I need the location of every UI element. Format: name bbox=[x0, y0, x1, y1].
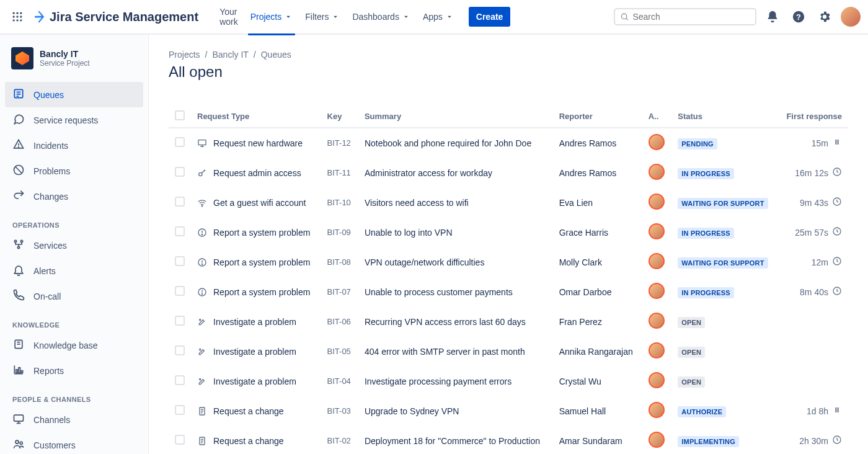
summary[interactable]: Administrator access for workday bbox=[358, 158, 553, 188]
reporter[interactable]: Grace Harris bbox=[553, 218, 642, 247]
help-icon[interactable]: ? bbox=[789, 7, 808, 27]
reporter[interactable]: Crystal Wu bbox=[553, 367, 642, 396]
sidebar-item-on-call[interactable]: On-call bbox=[5, 283, 143, 309]
status-badge[interactable]: OPEN bbox=[678, 376, 705, 388]
reporter[interactable]: Fran Perez bbox=[553, 307, 642, 337]
column-header[interactable]: First response bbox=[777, 105, 848, 128]
reporter[interactable]: Amar Sundaram bbox=[553, 426, 642, 455]
table-row[interactable]: Investigate a problemBIT-06Recurring VPN… bbox=[169, 307, 848, 337]
row-checkbox[interactable] bbox=[175, 405, 185, 415]
assignee-avatar[interactable] bbox=[649, 164, 665, 180]
status-badge[interactable]: WAITING FOR SUPPORT bbox=[678, 198, 768, 209]
reporter[interactable]: Molly Clark bbox=[553, 247, 642, 277]
notifications-icon[interactable] bbox=[763, 7, 782, 27]
table-row[interactable]: Request a changeBIT-03Upgrade to Sydney … bbox=[169, 396, 848, 426]
breadcrumb-link[interactable]: Bancly IT bbox=[212, 50, 248, 60]
issue-key[interactable]: BIT-12 bbox=[321, 128, 358, 158]
assignee-avatar[interactable] bbox=[649, 223, 665, 239]
summary[interactable]: Upgrade to Sydney VPN bbox=[358, 396, 553, 426]
row-checkbox[interactable] bbox=[175, 137, 185, 147]
nav-item-your-work[interactable]: Your work bbox=[215, 0, 243, 34]
issue-key[interactable]: BIT-03 bbox=[321, 396, 358, 426]
nav-item-filters[interactable]: Filters bbox=[300, 0, 345, 34]
nav-item-apps[interactable]: Apps bbox=[418, 0, 459, 34]
row-checkbox[interactable] bbox=[175, 197, 185, 207]
summary[interactable]: Unable to log into VPN bbox=[358, 218, 553, 247]
assignee-avatar[interactable] bbox=[649, 342, 665, 358]
status-badge[interactable]: PENDING bbox=[678, 138, 717, 149]
search-input[interactable] bbox=[632, 12, 750, 22]
summary[interactable]: Notebook and phone required for John Doe bbox=[358, 128, 553, 158]
summary[interactable]: Deployment 18 for "Commerce" to Producti… bbox=[358, 426, 553, 455]
sidebar-item-reports[interactable]: Reports bbox=[5, 358, 143, 383]
reporter[interactable]: Samuel Hall bbox=[553, 396, 642, 426]
row-checkbox[interactable] bbox=[175, 286, 185, 296]
issue-key[interactable]: BIT-08 bbox=[321, 247, 358, 277]
table-row[interactable]: Investigate a problemBIT-05404 error wit… bbox=[169, 337, 848, 367]
status-badge[interactable]: OPEN bbox=[678, 317, 705, 328]
sidebar-item-channels[interactable]: Channels bbox=[5, 407, 143, 432]
issue-key[interactable]: BIT-11 bbox=[321, 158, 358, 188]
table-row[interactable]: Investigate a problemBIT-04Investigate p… bbox=[169, 367, 848, 396]
summary[interactable]: Unable to process customer payments bbox=[358, 277, 553, 307]
project-header[interactable]: Bancly IT Service Project bbox=[5, 47, 143, 82]
summary[interactable]: 404 error with SMTP server in past month bbox=[358, 337, 553, 367]
assignee-avatar[interactable] bbox=[649, 432, 665, 448]
status-badge[interactable]: IMPLEMENTING bbox=[678, 436, 739, 447]
sidebar-item-knowledge-base[interactable]: Knowledge base bbox=[5, 332, 143, 358]
row-checkbox[interactable] bbox=[175, 316, 185, 326]
table-row[interactable]: Request a changeBIT-02Deployment 18 for … bbox=[169, 426, 848, 455]
reporter[interactable]: Annika Rangarajan bbox=[553, 337, 642, 367]
reporter[interactable]: Omar Darboe bbox=[553, 277, 642, 307]
row-checkbox[interactable] bbox=[175, 435, 185, 445]
sidebar-item-services[interactable]: Services bbox=[5, 233, 143, 258]
summary[interactable]: Visitors need access to wifi bbox=[358, 188, 553, 218]
table-row[interactable]: Request admin accessBIT-11Administrator … bbox=[169, 158, 848, 188]
issue-key[interactable]: BIT-02 bbox=[321, 426, 358, 455]
summary[interactable]: Investigate processing payment errors bbox=[358, 367, 553, 396]
summary[interactable]: VPN outage/network difficulties bbox=[358, 247, 553, 277]
assignee-avatar[interactable] bbox=[649, 402, 665, 418]
table-row[interactable]: Report a system problemBIT-08VPN outage/… bbox=[169, 247, 848, 277]
assignee-avatar[interactable] bbox=[649, 283, 665, 299]
app-switcher-icon[interactable] bbox=[7, 7, 27, 27]
status-badge[interactable]: WAITING FOR SUPPORT bbox=[678, 257, 768, 269]
profile-avatar[interactable] bbox=[841, 7, 861, 27]
issue-key[interactable]: BIT-10 bbox=[321, 188, 358, 218]
sidebar-item-incidents[interactable]: Incidents bbox=[5, 133, 143, 158]
breadcrumb-link[interactable]: Projects bbox=[169, 50, 200, 60]
table-row[interactable]: Report a system problemBIT-09Unable to l… bbox=[169, 218, 848, 247]
status-badge[interactable]: IN PROGRESS bbox=[678, 168, 734, 179]
nav-item-dashboards[interactable]: Dashboards bbox=[347, 0, 415, 34]
sidebar-item-alerts[interactable]: Alerts bbox=[5, 258, 143, 283]
search-box[interactable] bbox=[614, 8, 756, 25]
row-checkbox[interactable] bbox=[175, 345, 185, 355]
issue-key[interactable]: BIT-09 bbox=[321, 218, 358, 247]
column-header[interactable]: Request Type bbox=[191, 105, 321, 128]
issue-key[interactable]: BIT-04 bbox=[321, 367, 358, 396]
column-header[interactable]: Status bbox=[671, 105, 777, 128]
column-header[interactable]: A.. bbox=[642, 105, 672, 128]
table-row[interactable]: Request new hardwareBIT-12Notebook and p… bbox=[169, 128, 848, 158]
assignee-avatar[interactable] bbox=[649, 253, 665, 269]
row-checkbox[interactable] bbox=[175, 226, 185, 236]
sidebar-item-service-requests[interactable]: Service requests bbox=[5, 107, 143, 133]
assignee-avatar[interactable] bbox=[649, 194, 665, 210]
table-row[interactable]: Report a system problemBIT-07Unable to p… bbox=[169, 277, 848, 307]
product-logo[interactable]: Jira Service Management bbox=[32, 10, 198, 24]
status-badge[interactable]: OPEN bbox=[678, 347, 705, 358]
reporter[interactable]: Andres Ramos bbox=[553, 128, 642, 158]
column-header[interactable]: Key bbox=[321, 105, 358, 128]
sidebar-item-problems[interactable]: Problems bbox=[5, 158, 143, 184]
row-checkbox[interactable] bbox=[175, 375, 185, 385]
assignee-avatar[interactable] bbox=[649, 313, 665, 329]
summary[interactable]: Recurring VPN access errors last 60 days bbox=[358, 307, 553, 337]
status-badge[interactable]: IN PROGRESS bbox=[678, 228, 734, 239]
sidebar-item-changes[interactable]: Changes bbox=[5, 184, 143, 209]
sidebar-item-customers[interactable]: Customers bbox=[5, 432, 143, 454]
issue-key[interactable]: BIT-06 bbox=[321, 307, 358, 337]
issue-key[interactable]: BIT-05 bbox=[321, 337, 358, 367]
column-header[interactable]: Reporter bbox=[553, 105, 642, 128]
reporter[interactable]: Eva Lien bbox=[553, 188, 642, 218]
row-checkbox[interactable] bbox=[175, 167, 185, 177]
